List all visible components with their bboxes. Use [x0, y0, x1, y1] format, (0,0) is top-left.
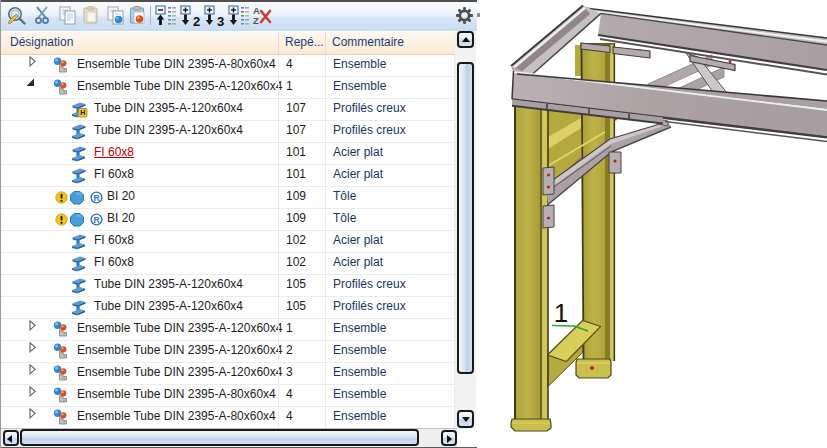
svg-text:H: H	[80, 109, 85, 116]
svg-text:1: 1	[554, 298, 568, 328]
svg-text:Z: Z	[253, 15, 259, 26]
svg-text:3: 3	[217, 14, 224, 27]
svg-text:2: 2	[193, 14, 200, 27]
svg-text:R: R	[93, 193, 99, 203]
svg-text:R: R	[93, 215, 99, 225]
